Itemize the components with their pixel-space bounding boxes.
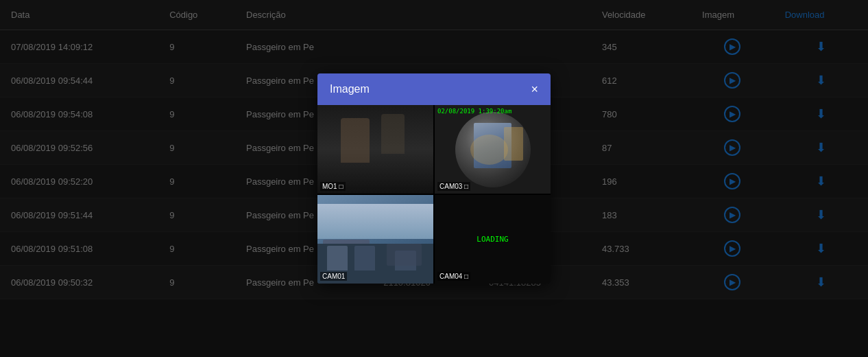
cam4-label: CAM04 □	[437, 272, 470, 281]
camera-grid: MO1 □ 02/08/2019 1:39:20am CAM03 □	[317, 105, 551, 284]
cam2-label: CAM03 □	[437, 182, 470, 191]
modal-body: MO1 □ 02/08/2019 1:39:20am CAM03 □	[317, 105, 551, 284]
modal-header: Imagem ×	[317, 73, 551, 105]
cam3-label: CAM01	[320, 272, 347, 281]
modal-title: Imagem	[330, 83, 370, 95]
cam4-text: LOADING	[477, 235, 508, 244]
modal-close-button[interactable]: ×	[531, 83, 538, 95]
cam2-timestamp: 02/08/2019 1:39:20am	[437, 108, 511, 115]
camera-4: LOADING CAM04 □	[435, 195, 551, 284]
modal-overlay[interactable]: Imagem × MO1 □ 02/08/2019 1:39	[0, 0, 868, 357]
cam1-label: MO1 □	[320, 182, 346, 191]
camera-2: 02/08/2019 1:39:20am CAM03 □	[435, 105, 551, 194]
camera-1: MO1 □	[317, 105, 433, 194]
camera-3: CAM01	[317, 195, 433, 284]
fisheye-view	[455, 112, 531, 187]
cam3-content	[317, 195, 433, 284]
cam1-content	[317, 105, 433, 194]
image-modal: Imagem × MO1 □ 02/08/2019 1:39	[317, 73, 551, 284]
